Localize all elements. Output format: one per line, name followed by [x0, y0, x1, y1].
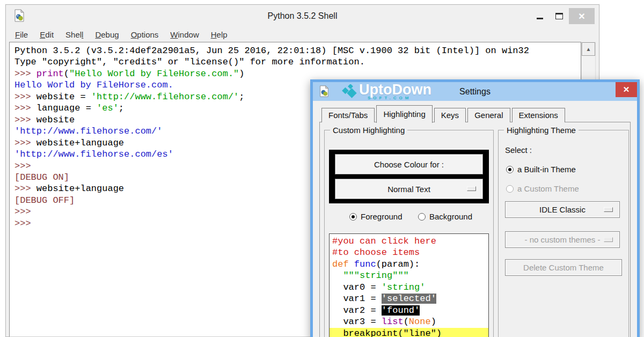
builtin-theme-value: IDLE Classic — [539, 205, 586, 214]
choose-colour-label: Choose Colour for : — [374, 160, 444, 169]
menu-shell[interactable]: Shell — [60, 27, 89, 42]
custom-theme-dropdown[interactable]: - no custom themes - — [505, 231, 620, 248]
radio-builtin-label: a Built-in Theme — [517, 165, 576, 174]
radio-builtin-theme[interactable]: a Built-in Theme — [506, 165, 576, 174]
shell-close-button[interactable]: ✕ — [569, 8, 595, 24]
code-line: breakpoint("line") — [330, 328, 488, 337]
code-line: #to choose items — [330, 247, 488, 258]
settings-dialog: UptoDown SOFT.COM Settings ✕ Fonts/TabsH… — [310, 79, 640, 337]
delete-custom-theme-label: Delete Custom Theme — [523, 263, 604, 272]
scroll-up-icon: ▲ — [586, 47, 591, 52]
maximize-icon — [555, 13, 563, 19]
radio-foreground[interactable]: Foreground — [349, 212, 402, 221]
settings-titlebar: UptoDown SOFT.COM Settings ✕ — [313, 82, 637, 101]
menu-file[interactable]: File — [9, 27, 34, 42]
code-line: var3 = list(None) — [330, 316, 488, 327]
highlighting-theme-group: Highlighting Theme Select : a Built-in T… — [498, 130, 629, 337]
settings-pane: Custom Highlighting Choose Colour for : … — [319, 122, 631, 337]
code-line: """string""" — [330, 270, 488, 281]
choose-colour-button[interactable]: Choose Colour for : — [335, 154, 483, 174]
menu-help[interactable]: Help — [205, 27, 233, 42]
dropdown-indicator-icon — [604, 237, 613, 242]
code-line: Python 3.5.2 (v3.5.2:4def2a2901a5, Jun 2… — [10, 45, 581, 56]
builtin-theme-dropdown[interactable]: IDLE Classic — [505, 201, 620, 218]
dropdown-indicator-icon — [604, 207, 613, 212]
radio-unchecked-icon — [418, 213, 426, 221]
tab-general[interactable]: General — [467, 108, 510, 122]
settings-tabs: Fonts/TabsHighlightingKeysGeneralExtensi… — [321, 105, 567, 122]
code-line: var0 = 'string' — [330, 282, 488, 293]
menu-window[interactable]: Window — [164, 27, 204, 42]
radio-background[interactable]: Background — [418, 212, 472, 221]
shell-window-title: Python 3.5.2 Shell — [6, 5, 599, 27]
shell-menubar: FileEditShellDebugOptionsWindowHelp — [9, 27, 583, 42]
radio-foreground-label: Foreground — [361, 212, 402, 221]
highlighting-preview[interactable]: #you can click here#to choose itemsdef f… — [329, 233, 489, 337]
radio-custom-label: a Custom Theme — [517, 184, 579, 193]
code-line: var2 = 'found' — [330, 305, 488, 316]
custom-highlighting-label: Custom Highlighting — [330, 126, 407, 135]
code-line: var1 = 'selected' — [330, 293, 488, 304]
shell-window-controls: ✕ — [530, 8, 595, 24]
minimize-button[interactable] — [530, 8, 550, 24]
dropdown-indicator-icon — [467, 186, 476, 191]
select-label: Select : — [505, 145, 532, 155]
code-line: >>> print("Hello World by FileHorse.com.… — [10, 68, 581, 79]
custom-highlighting-group: Custom Highlighting Choose Colour for : … — [324, 130, 494, 337]
tab-extensions[interactable]: Extensions — [512, 108, 565, 122]
menu-edit[interactable]: Edit — [34, 27, 60, 42]
menu-options[interactable]: Options — [125, 27, 165, 42]
radio-disabled-icon — [506, 185, 514, 193]
highlight-target-dropdown[interactable]: Normal Text — [335, 179, 483, 199]
highlight-target-frame: Choose Colour for : Normal Text — [329, 150, 489, 203]
code-line: Type "copyright", "credits" or "license(… — [10, 56, 581, 68]
tab-keys[interactable]: Keys — [434, 108, 466, 122]
tab-fonts-tabs[interactable]: Fonts/Tabs — [321, 108, 375, 122]
close-icon: ✕ — [623, 85, 630, 94]
delete-custom-theme-button[interactable]: Delete Custom Theme — [505, 259, 622, 276]
minimize-icon — [537, 18, 543, 19]
settings-close-button[interactable]: ✕ — [616, 82, 637, 97]
highlight-target-value: Normal Text — [387, 185, 430, 194]
tab-highlighting[interactable]: Highlighting — [376, 105, 432, 123]
menu-debug[interactable]: Debug — [89, 27, 125, 42]
maximize-button[interactable] — [550, 8, 569, 24]
desktop: Python 3.5.2 Shell ✕ FileEditShellDebugO… — [0, 0, 644, 337]
radio-checked-icon — [349, 213, 357, 221]
radio-background-label: Background — [429, 212, 472, 221]
close-icon: ✕ — [578, 11, 585, 21]
radio-custom-theme[interactable]: a Custom Theme — [506, 184, 579, 193]
code-line: #you can click here — [330, 236, 488, 247]
radio-checked-icon — [506, 166, 514, 173]
custom-theme-value: - no custom themes - — [525, 235, 601, 244]
shell-titlebar: Python 3.5.2 Shell ✕ — [6, 5, 599, 27]
code-line: def func(param): — [330, 259, 488, 270]
highlighting-theme-label: Highlighting Theme — [504, 126, 579, 135]
scroll-up-button[interactable]: ▲ — [582, 42, 595, 56]
settings-title: Settings — [313, 82, 637, 101]
